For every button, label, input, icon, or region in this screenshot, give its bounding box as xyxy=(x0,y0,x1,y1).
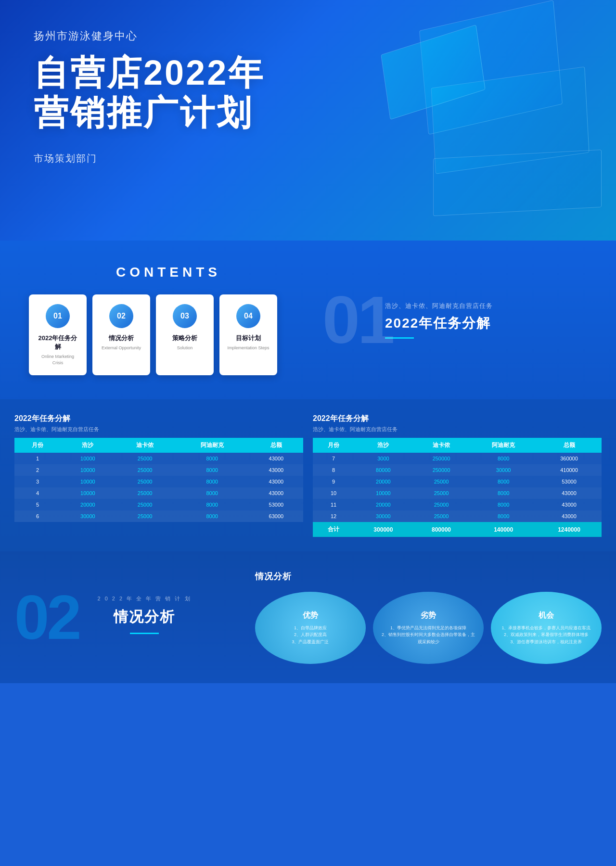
swot-cards: 优势 1、自带品牌效应2、人群识配度高3、产品覆盖面广泛 劣势 1、季优势产品无… xyxy=(255,592,602,664)
right-table-title: 2022年任务分解 xyxy=(313,414,602,424)
swot-card-opportunity: 机会 1、承接赛事机会较多，参赛人员均应邀在客流2、双减政策到来，寒暑假学生消费… xyxy=(491,592,602,664)
card-number-2: 02 xyxy=(109,304,133,328)
right-table-header-row: 月份 浩沙 迪卡侬 阿迪耐克 总额 xyxy=(313,438,602,453)
table-row: 5 20000 25000 8000 53000 xyxy=(14,499,303,510)
right-table-subtitle: 浩沙、迪卡侬、阿迪耐克自营店任务 xyxy=(313,426,602,433)
contents-section: CONTENTS 01 2022年任务分解 Online Marketing C… xyxy=(0,241,616,399)
card-title-4: 目标计划 xyxy=(227,334,270,343)
swot-opportunity-content: 1、承接赛事机会较多，参赛人员均应邀在客流2、双减政策到来，寒暑假学生消费群体增… xyxy=(501,624,590,645)
analysis-left: 02 2 0 2 2 年 全 年 营 销 计 划 情况分析 xyxy=(14,571,245,664)
left-data-table: 月份 浩沙 迪卡侬 阿迪耐克 总额 1 10000 25000 8000 430… xyxy=(14,438,303,522)
card-title-1: 2022年任务分解 xyxy=(36,334,79,351)
card-number-4: 04 xyxy=(236,304,260,328)
card-sub-3: Solution xyxy=(163,345,206,351)
card-title-3: 策略分析 xyxy=(163,334,206,343)
swot-strength-title: 优势 xyxy=(303,611,318,621)
table-row: 8 80000 250000 30000 410000 xyxy=(313,464,602,476)
tables-section: 2022年任务分解 浩沙、迪卡侬、阿迪耐克自营店任务 月份 浩沙 迪卡侬 阿迪耐… xyxy=(0,399,616,551)
left-header-dikafong: 迪卡侬 xyxy=(115,438,175,453)
table-footer-row: 合计 300000 800000 140000 1240000 xyxy=(313,522,602,537)
card-title-2: 情况分析 xyxy=(100,334,143,343)
right-table-footer: 合计 300000 800000 140000 1240000 xyxy=(313,522,602,537)
left-header-month: 月份 xyxy=(14,438,61,453)
content-card-1[interactable]: 01 2022年任务分解 Online Marketing Crisis xyxy=(29,294,87,375)
hero-section: 扬州市游泳健身中心 自营店2022年营销推广计划 市场策划部门 xyxy=(0,0,616,241)
card-number-1: 01 xyxy=(46,304,70,328)
table-row: 7 3000 250000 8000 360000 xyxy=(313,453,602,464)
card-sub-1: Online Marketing Crisis xyxy=(36,354,79,366)
analysis-right: 情况分析 优势 1、自带品牌效应2、人群识配度高3、产品覆盖面广泛 劣势 1、季… xyxy=(255,571,602,664)
swot-opportunity-title: 机会 xyxy=(539,611,554,621)
swot-card-weakness: 劣势 1、季优势产品无法得到充足的各项保障2、销售到控股长时间大多数会选择自带装… xyxy=(373,592,484,664)
table-block-right: 2022年任务分解 浩沙、迪卡侬、阿迪耐克自营店任务 月份 浩沙 迪卡侬 阿迪耐… xyxy=(313,414,602,537)
left-header-adinike: 阿迪耐克 xyxy=(175,438,249,453)
right-header-total: 总额 xyxy=(537,438,602,453)
table-row: 12 30000 25000 8000 43000 xyxy=(313,510,602,522)
card-sub-2: External Opportunity xyxy=(100,345,143,351)
right-header-adinike: 阿迪耐克 xyxy=(470,438,537,453)
right-small-title: 浩沙、迪卡侬、阿迪耐克自营店任务 xyxy=(385,302,493,310)
content-card-2[interactable]: 02 情况分析 External Opportunity xyxy=(92,294,150,375)
table-row: 2 10000 25000 8000 43000 xyxy=(14,464,303,476)
left-table-body: 1 10000 25000 8000 43000 2 10000 25000 8… xyxy=(14,453,303,522)
content-card-3[interactable]: 03 策略分析 Solution xyxy=(156,294,214,375)
content-card-4[interactable]: 04 目标计划 Implementation Steps xyxy=(219,294,277,375)
table-row: 10 10000 25000 8000 43000 xyxy=(313,487,602,499)
swot-card-strength: 优势 1、自带品牌效应2、人群识配度高3、产品覆盖面广泛 xyxy=(255,592,366,664)
right-data-table: 月份 浩沙 迪卡侬 阿迪耐克 总额 7 3000 250000 8000 360… xyxy=(313,438,602,537)
swot-weakness-title: 劣势 xyxy=(421,611,436,621)
swot-strength-content: 1、自带品牌效应2、人群识配度高3、产品覆盖面广泛 xyxy=(292,624,329,645)
right-header-haosa: 浩沙 xyxy=(354,438,412,453)
analysis-divider xyxy=(130,633,159,634)
big-number-01: 01 xyxy=(322,286,393,354)
table-row: 11 20000 25000 8000 43000 xyxy=(313,499,602,510)
table-row: 3 10000 25000 8000 43000 xyxy=(14,476,303,487)
contents-right: 01 浩沙、迪卡侬、阿迪耐克自营店任务 2022年任务分解 xyxy=(308,265,587,375)
swot-weakness-content: 1、季优势产品无法得到充足的各项保障2、销售到控股长时间大多数会选择自带装备，主… xyxy=(380,624,476,645)
contents-left: CONTENTS 01 2022年任务分解 Online Marketing C… xyxy=(29,265,308,375)
analysis-section: 02 2 0 2 2 年 全 年 营 销 计 划 情况分析 情况分析 优势 1、… xyxy=(0,551,616,683)
table-row: 6 30000 25000 8000 63000 xyxy=(14,510,303,522)
left-header-haosa: 浩沙 xyxy=(61,438,115,453)
table-block-left: 2022年任务分解 浩沙、迪卡侬、阿迪耐克自营店任务 月份 浩沙 迪卡侬 阿迪耐… xyxy=(14,414,303,537)
analysis-right-title: 情况分析 xyxy=(255,571,602,582)
table-row: 9 20000 25000 8000 53000 xyxy=(313,476,602,487)
card-sub-4: Implementation Steps xyxy=(227,345,270,351)
left-table-header-row: 月份 浩沙 迪卡侬 阿迪耐克 总额 xyxy=(14,438,303,453)
right-header-dikafong: 迪卡侬 xyxy=(412,438,471,453)
right-header-month: 月份 xyxy=(313,438,354,453)
contents-title: CONTENTS xyxy=(29,265,308,280)
left-table-subtitle: 浩沙、迪卡侬、阿迪耐克自营店任务 xyxy=(14,426,303,433)
hero-shapes xyxy=(303,0,616,241)
left-header-total: 总额 xyxy=(249,438,303,453)
analysis-title: 情况分析 xyxy=(97,607,191,627)
table-row: 4 10000 25000 8000 43000 xyxy=(14,487,303,499)
table-row: 1 10000 25000 8000 43000 xyxy=(14,453,303,464)
analysis-left-text: 2 0 2 2 年 全 年 营 销 计 划 情况分析 xyxy=(68,595,191,640)
right-table-body: 7 3000 250000 8000 360000 8 80000 250000… xyxy=(313,453,602,522)
contents-cards: 01 2022年任务分解 Online Marketing Crisis 02 … xyxy=(29,294,308,375)
left-table-title: 2022年任务分解 xyxy=(14,414,303,424)
right-main-title: 2022年任务分解 xyxy=(385,314,493,332)
card-number-3: 03 xyxy=(173,304,197,328)
shape-4 xyxy=(433,150,602,216)
analysis-small-text: 2 0 2 2 年 全 年 营 销 计 划 xyxy=(97,595,191,602)
